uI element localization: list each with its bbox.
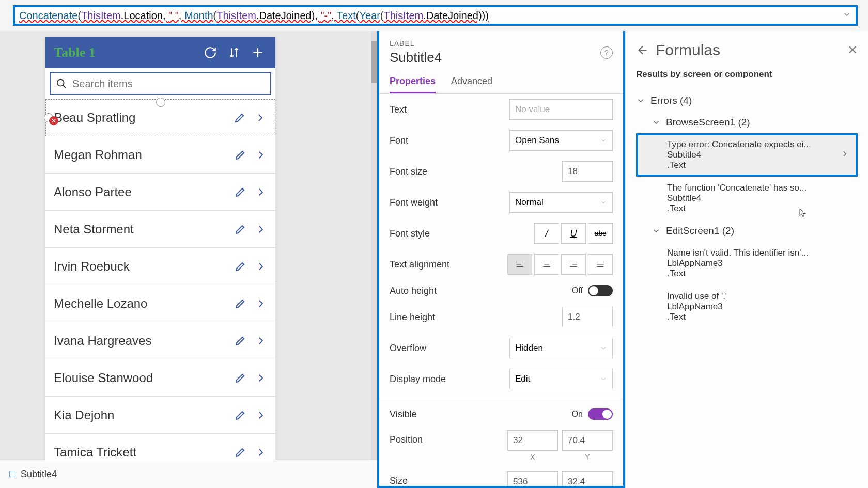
edit-icon[interactable] — [234, 372, 246, 384]
strike-button[interactable]: abc — [588, 223, 613, 244]
font-select[interactable]: Open Sans — [509, 130, 613, 151]
sort-icon[interactable] — [225, 43, 243, 62]
error-badge-icon: ✕ — [49, 116, 58, 125]
formula-bar[interactable]: Concatenate(ThisItem.Location, " ", Mont… — [13, 5, 858, 26]
gallery-title: Table 1 — [54, 45, 196, 60]
align-left-button[interactable] — [507, 254, 532, 275]
canvas-scrollbar[interactable] — [371, 31, 377, 460]
chevron-right-icon[interactable] — [255, 297, 267, 310]
control-name: Subtitle4 — [390, 50, 613, 66]
fontweight-select[interactable]: Normal — [509, 192, 613, 213]
back-icon[interactable] — [636, 43, 649, 57]
search-field[interactable] — [72, 78, 265, 90]
edit-icon[interactable] — [234, 260, 246, 273]
edit-icon[interactable] — [234, 335, 246, 347]
gallery-list: ✕ Beau Spratling Megan Rohman Alonso Par… — [45, 99, 275, 460]
chevron-right-icon[interactable] — [255, 223, 267, 235]
gallery-header: Table 1 — [45, 37, 275, 68]
chevron-right-icon[interactable] — [255, 186, 267, 198]
chevron-right-icon[interactable] — [255, 149, 267, 161]
chevron-right-icon[interactable] — [255, 260, 267, 273]
align-right-button[interactable] — [561, 254, 586, 275]
fontsize-input[interactable] — [562, 161, 613, 182]
search-icon — [56, 78, 67, 89]
list-item[interactable]: ✕ Beau Spratling — [45, 99, 275, 136]
error-item[interactable]: Invalid use of '.' LblAppName3 .Text — [636, 285, 858, 328]
errors-node[interactable]: Errors (4) — [636, 90, 858, 112]
list-item[interactable]: Elouise Stanwood — [45, 359, 275, 397]
displaymode-select[interactable]: Edit — [509, 369, 613, 389]
formulas-panel: Formulas ✕ Results by screen or componen… — [625, 31, 868, 488]
underline-button[interactable]: U — [561, 223, 586, 244]
add-icon[interactable] — [249, 43, 267, 62]
help-icon[interactable]: ? — [600, 46, 613, 59]
results-label: Results by screen or component — [636, 69, 858, 80]
height-input[interactable] — [562, 471, 613, 488]
close-icon[interactable]: ✕ — [847, 43, 858, 57]
lineheight-input[interactable] — [562, 307, 613, 327]
list-item[interactable]: Ivana Hargreaves — [45, 322, 275, 359]
edit-icon[interactable] — [234, 446, 246, 459]
search-input[interactable] — [50, 72, 271, 95]
width-input[interactable] — [507, 471, 558, 488]
list-item[interactable]: Neta Storment — [45, 211, 275, 248]
italic-button[interactable]: / — [534, 223, 559, 244]
refresh-icon[interactable] — [201, 43, 220, 62]
error-item[interactable]: Type error: Concatenate expects ei... Su… — [636, 133, 858, 177]
position-x-input[interactable] — [507, 430, 558, 451]
properties-panel: LABEL Subtitle4 ? Properties Advanced Te… — [377, 31, 625, 488]
edit-icon[interactable] — [234, 297, 246, 310]
chevron-right-icon[interactable] — [255, 335, 267, 347]
list-item[interactable]: Megan Rohman — [45, 136, 275, 174]
svg-point-0 — [57, 80, 64, 86]
canvas-area: Table 1 ✕ Beau Spratling — [0, 31, 377, 460]
edit-icon[interactable] — [234, 112, 246, 124]
selected-control-label: Subtitle4 — [8, 469, 57, 480]
align-center-button[interactable] — [534, 254, 559, 275]
error-item[interactable]: The function 'Concatenate' has so... Sub… — [636, 177, 858, 220]
error-item[interactable]: Name isn't valid. This identifier isn'..… — [636, 242, 858, 285]
properties-tabs: Properties Advanced — [379, 66, 623, 94]
align-justify-button[interactable] — [588, 254, 613, 275]
list-item[interactable]: Kia Dejohn — [45, 397, 275, 434]
formulas-title: Formulas — [656, 41, 841, 59]
gallery-card: Table 1 ✕ Beau Spratling — [45, 37, 275, 460]
edit-icon[interactable] — [234, 223, 246, 235]
editscreen-node[interactable]: EditScreen1 (2) — [636, 220, 858, 242]
formula-expand-icon[interactable] — [842, 10, 851, 22]
text-input[interactable] — [509, 99, 613, 120]
edit-icon[interactable] — [234, 149, 246, 161]
edit-icon[interactable] — [234, 409, 246, 421]
list-item[interactable]: Tamica Trickett — [45, 434, 275, 460]
edit-icon[interactable] — [234, 186, 246, 198]
svg-rect-1 — [10, 471, 16, 477]
chevron-right-icon[interactable] — [255, 372, 267, 384]
chevron-right-icon[interactable] — [254, 112, 267, 124]
chevron-right-icon[interactable] — [255, 446, 267, 459]
autoheight-toggle[interactable]: Off — [572, 285, 613, 296]
chevron-right-icon[interactable] — [255, 409, 267, 421]
list-item[interactable]: Irvin Roebuck — [45, 248, 275, 285]
browsescreen-node[interactable]: BrowseScreen1 (2) — [636, 112, 858, 133]
position-y-input[interactable] — [562, 430, 613, 451]
list-item[interactable]: Mechelle Lozano — [45, 285, 275, 322]
control-type-label: LABEL — [390, 39, 613, 48]
chevron-right-icon — [840, 149, 849, 161]
list-item[interactable]: Alonso Partee — [45, 174, 275, 211]
overflow-select[interactable]: Hidden — [509, 338, 613, 358]
item-name: Beau Spratling — [54, 111, 234, 125]
tab-properties[interactable]: Properties — [390, 76, 436, 93]
visible-toggle[interactable]: On — [572, 408, 613, 420]
tab-advanced[interactable]: Advanced — [451, 76, 492, 93]
